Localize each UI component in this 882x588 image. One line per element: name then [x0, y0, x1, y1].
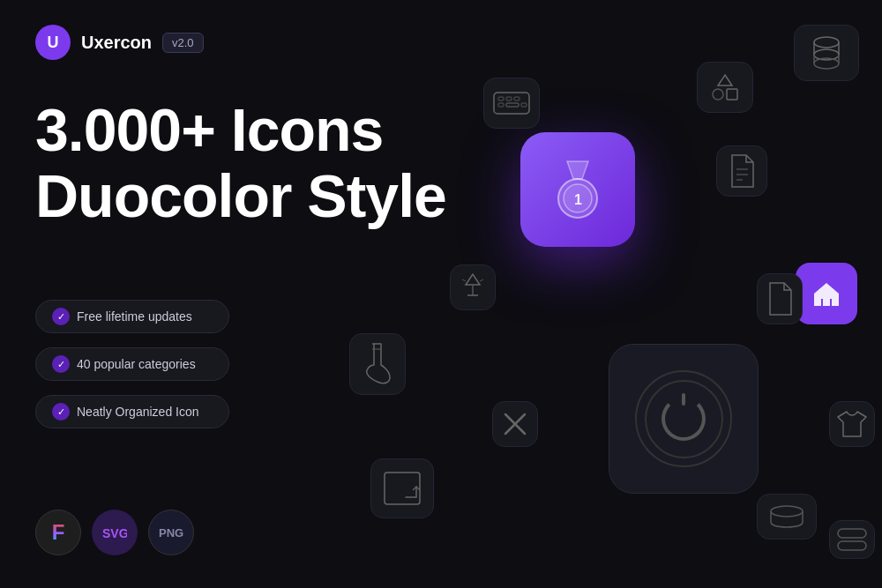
resize-icon	[381, 469, 423, 508]
power-card	[609, 344, 759, 494]
file-card	[716, 145, 767, 197]
tshirt-card	[829, 401, 875, 447]
logo-icon: U	[35, 25, 71, 60]
x-twitter-card	[492, 401, 538, 447]
home-card	[796, 263, 857, 324]
feature-pill-2: ✓ 40 popular categories	[35, 347, 229, 381]
sock-card	[349, 333, 406, 395]
feature-label-1: Free lifetime updates	[77, 309, 192, 324]
png-icon: PNG	[148, 510, 194, 555]
feature-label-2: 40 popular categories	[77, 357, 196, 371]
database-card	[794, 25, 859, 81]
header: U Uxercon v2.0	[35, 25, 204, 60]
keyboard-icon	[492, 89, 531, 117]
x-icon	[502, 411, 528, 437]
shapes-card	[697, 62, 753, 113]
headline: 3.000+ Icons Duocolor Style	[35, 97, 446, 229]
sock-icon	[362, 342, 393, 386]
svg-text:1: 1	[574, 192, 582, 207]
document-card	[757, 273, 803, 324]
power-ring	[635, 370, 732, 467]
feature-label-3: Neatly Organized Icon	[77, 405, 199, 419]
shapes-icon	[709, 71, 741, 103]
figma-icon: F	[35, 510, 81, 555]
svg-rect-28	[838, 529, 866, 538]
check-icon-1: ✓	[52, 308, 70, 325]
medal-card: 1	[520, 132, 635, 247]
tshirt-icon	[836, 410, 868, 438]
feature-pill-1: ✓ Free lifetime updates	[35, 300, 229, 333]
svg-text:SVG: SVG	[102, 526, 127, 540]
svg-text:PNG: PNG	[159, 526, 183, 540]
brand-name: Uxercon	[81, 33, 152, 53]
corner-resize-card	[370, 458, 434, 518]
svg-point-9	[713, 89, 723, 100]
keyboard-card	[483, 78, 540, 129]
database-icon	[811, 33, 842, 72]
svg-line-23	[462, 279, 466, 281]
lamp-card	[450, 264, 496, 310]
home-icon	[811, 278, 842, 309]
bottom-shape-icon	[766, 502, 808, 531]
svg-icon: SVG	[92, 510, 138, 555]
check-icon-3: ✓	[52, 403, 70, 421]
svg-point-27	[771, 506, 803, 517]
svg-rect-29	[838, 541, 866, 550]
svg-point-6	[814, 37, 839, 48]
svg-rect-13	[506, 97, 512, 100]
svg-line-24	[480, 279, 483, 281]
format-icons: F SVG PNG	[35, 510, 194, 555]
svg-rect-5	[823, 299, 830, 306]
version-badge: v2.0	[162, 33, 204, 53]
svg-rect-17	[521, 103, 527, 107]
lamp-icon	[459, 271, 487, 304]
svg-rect-15	[498, 103, 504, 107]
document-icon	[766, 281, 793, 316]
power-icon	[662, 397, 706, 441]
bottom-pill-card	[829, 520, 875, 559]
bottom-pill-icon	[836, 527, 868, 552]
bottom-shape-card	[757, 494, 817, 540]
svg-rect-14	[514, 97, 519, 100]
headline-line1: 3.000+ Icons Duocolor Style	[35, 97, 446, 229]
svg-rect-16	[506, 103, 519, 107]
svg-rect-12	[498, 97, 504, 100]
check-icon-2: ✓	[52, 355, 70, 373]
medal-icon: 1	[542, 154, 613, 225]
feature-pill-3: ✓ Neatly Organized Icon	[35, 395, 229, 428]
features-list: ✓ Free lifetime updates ✓ 40 popular cat…	[35, 300, 229, 428]
svg-rect-10	[727, 89, 737, 100]
file-icon	[729, 153, 755, 189]
